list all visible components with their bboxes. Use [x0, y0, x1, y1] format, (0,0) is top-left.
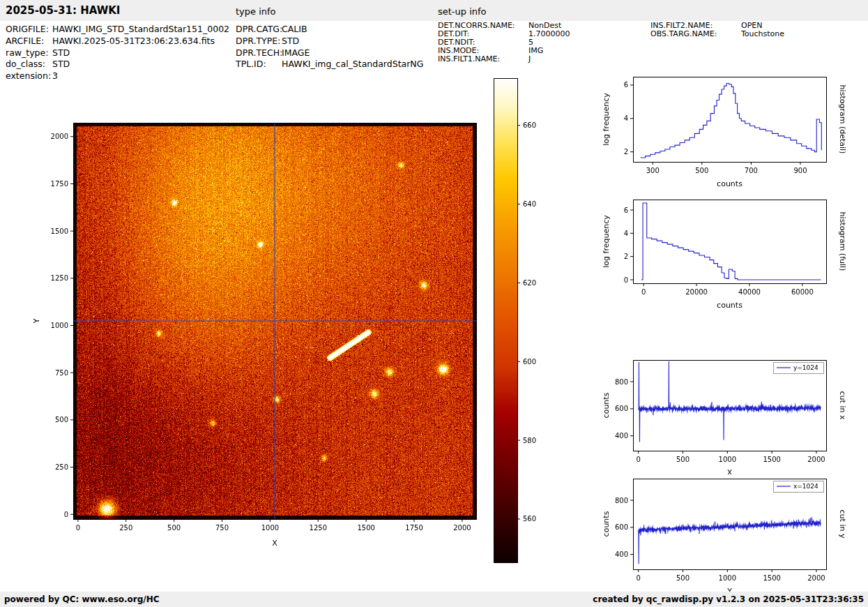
info-value: STD — [52, 47, 70, 58]
footer-right-text: created by qc_rawdisp.py v1.2.3 on 2025-… — [593, 592, 864, 607]
info-label: ORIGFILE: — [6, 24, 52, 36]
info-value: 3 — [52, 70, 58, 81]
info-row: ORIGFILE:HAWKI_IMG_STD_StandardStar151_0… — [6, 24, 229, 36]
info-label: DPR.CATG: — [236, 24, 282, 36]
info-label: ARCFILE: — [6, 36, 52, 47]
info-row: DPR.CATG:CALIB — [236, 24, 423, 36]
histogram-full-chart — [600, 188, 868, 314]
colorbar — [488, 70, 554, 572]
info-value: J — [528, 54, 531, 63]
info-row: OBS.TARG.NAME:Touchstone — [650, 30, 784, 38]
info-row: do_class:STD — [6, 59, 229, 70]
histogram-detail-chart — [600, 66, 868, 191]
file-info-block: ORIGFILE:HAWKI_IMG_STD_StandardStar151_0… — [6, 24, 229, 82]
info-value: CALIB — [282, 24, 307, 34]
setup-info-heading: set-up info — [438, 6, 487, 17]
setup-info-block-2: INS.FILT2.NAME:OPEN OBS.TARG.NAME:Touchs… — [650, 22, 784, 38]
qc-report-page: 2025-05-31: HAWKI type info set-up info … — [0, 0, 868, 607]
type-info-block: DPR.CATG:CALIB DPR.TYPE:STD DPR.TECH:IMA… — [236, 24, 423, 70]
raw-image-heatmap — [28, 96, 481, 553]
info-label: DPR.TECH: — [236, 47, 282, 59]
info-row: INS.FILT1.NAME:J — [438, 55, 570, 63]
info-row: ARCFILE:HAWKI.2025-05-31T23:06:23.634.fi… — [6, 36, 229, 47]
page-title: 2025-05-31: HAWKI — [6, 4, 120, 17]
info-row: DPR.TECH:IMAGE — [236, 47, 423, 59]
info-row: raw_type:STD — [6, 47, 229, 59]
footer-bar: powered by QC: www.eso.org/HC created by… — [0, 592, 868, 607]
cut-in-y-chart — [600, 467, 868, 593]
cut-in-x-chart — [600, 349, 868, 474]
type-info-heading: type info — [236, 6, 276, 17]
info-row: DPR.TYPE:STD — [236, 36, 423, 47]
info-label: DPR.TYPE: — [236, 36, 282, 47]
info-label: TPL.ID: — [236, 59, 282, 70]
info-value: HAWKI.2025-05-31T23:06:23.634.fits — [52, 36, 215, 46]
info-value: Touchstone — [741, 29, 784, 38]
info-row: TPL.ID:HAWKI_img_cal_StandardStarNG — [236, 59, 423, 70]
info-label: OBS.TARG.NAME: — [650, 30, 741, 38]
setup-info-block: DET.NCORRS.NAME:NonDest DET.DIT:1.700000… — [438, 22, 570, 63]
footer-left-text: powered by QC: www.eso.org/HC — [4, 592, 160, 607]
header-bar: 2025-05-31: HAWKI type info set-up info — [0, 0, 868, 21]
info-value: HAWKI_img_cal_StandardStarNG — [282, 59, 423, 69]
info-label: raw_type: — [6, 47, 52, 59]
info-label: INS.FILT1.NAME: — [438, 55, 528, 63]
info-value: 1.7000000 — [528, 29, 570, 38]
info-value: STD — [52, 59, 70, 69]
info-value: STD — [282, 36, 299, 46]
info-label: do_class: — [6, 59, 52, 70]
info-value: IMAGE — [282, 47, 310, 58]
info-row: extension:3 — [6, 70, 229, 82]
info-value: HAWKI_IMG_STD_StandardStar151_0002 — [52, 24, 229, 34]
info-label: extension: — [6, 70, 52, 82]
